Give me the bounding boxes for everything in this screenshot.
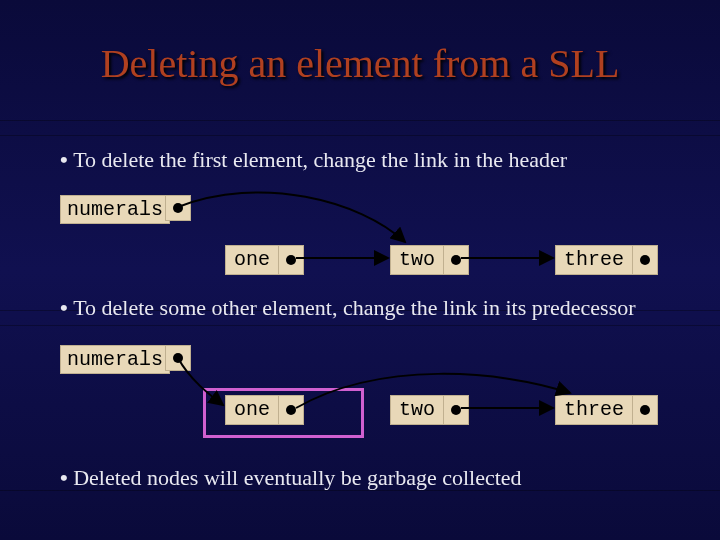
- node-one-diagram1: one: [225, 245, 304, 275]
- node-link: [279, 246, 303, 274]
- node-value: one: [226, 246, 279, 274]
- node-value: three: [556, 396, 633, 424]
- arrow: [178, 192, 405, 242]
- header-pointer-2: [165, 345, 191, 371]
- bullet-2: To delete some other element, change the…: [60, 295, 636, 321]
- node-two-diagram2: two: [390, 395, 469, 425]
- node-two-diagram1: two: [390, 245, 469, 275]
- node-value: two: [391, 246, 444, 274]
- slide-title: Deleting an element from a SLL: [0, 40, 720, 87]
- node-value: one: [226, 396, 279, 424]
- node-value: two: [391, 396, 444, 424]
- node-link: [444, 246, 468, 274]
- node-link: [633, 396, 657, 424]
- bullet-1: To delete the first element, change the …: [60, 147, 567, 173]
- node-link: [279, 396, 303, 424]
- bullet-3: Deleted nodes will eventually be garbage…: [60, 465, 522, 491]
- header-pointer-1: [165, 195, 191, 221]
- node-one-diagram2: one: [225, 395, 304, 425]
- header-label-2: numerals: [60, 345, 170, 374]
- node-link: [444, 396, 468, 424]
- node-link: [633, 246, 657, 274]
- node-three-diagram1: three: [555, 245, 658, 275]
- node-value: three: [556, 246, 633, 274]
- node-three-diagram2: three: [555, 395, 658, 425]
- header-label-1: numerals: [60, 195, 170, 224]
